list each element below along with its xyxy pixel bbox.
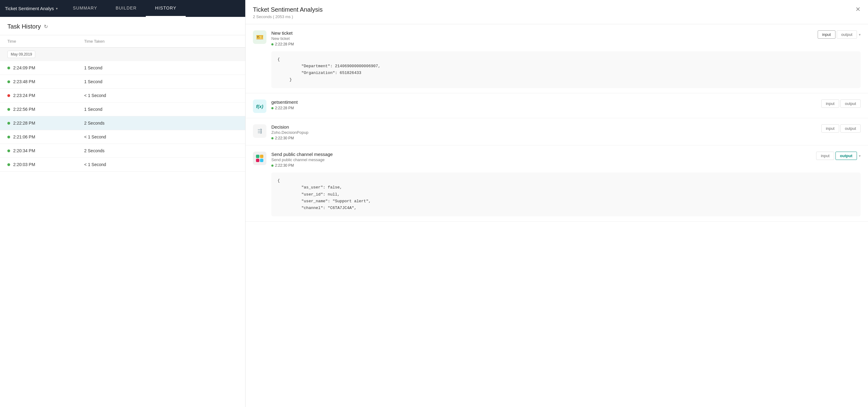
step-actions: input output <box>822 124 861 133</box>
right-panel-title: Ticket Sentiment Analysis <box>253 6 322 13</box>
table-row[interactable]: 2:20:03 PM < 1 Second <box>0 158 245 171</box>
time-cell: 2:21:06 PM <box>7 134 84 139</box>
table-row[interactable]: 2:22:28 PM 2 Seconds <box>0 116 245 130</box>
slack-green-dot <box>256 155 259 158</box>
output-button[interactable]: output <box>837 30 857 39</box>
time-taken-cell: 2 Seconds <box>84 121 161 126</box>
decision-icon: ⇶ <box>253 124 267 138</box>
step-subname: Zoho.DecisionPopup <box>271 130 816 135</box>
task-history-header: Task History ↻ <box>0 17 245 35</box>
output-button[interactable]: output <box>840 99 861 108</box>
time-cell: 2:23:24 PM <box>7 93 84 98</box>
tab-summary[interactable]: SUMMARY <box>64 0 106 17</box>
step-header: 🎫 New ticket New ticket 2:22:28 PM input… <box>246 24 868 51</box>
time-value: 2:21:06 PM <box>13 134 35 139</box>
input-button[interactable]: input <box>816 152 834 160</box>
table-row[interactable]: 2:22:56 PM 1 Second <box>0 102 245 116</box>
step-item: f(x) getsentiment 2:22:28 PM input outpu… <box>246 93 868 118</box>
time-taken-cell: 1 Second <box>84 79 161 84</box>
right-panel-header: Ticket Sentiment Analysis 2 Seconds ( 20… <box>246 0 868 24</box>
function-icon: f(x) <box>253 99 267 113</box>
tab-history[interactable]: HISTORY <box>146 0 186 17</box>
step-content: { "Department": 214069000000006907, "Org… <box>271 51 861 88</box>
time-taken-cell: 2 Seconds <box>84 148 161 153</box>
status-dot <box>7 122 10 125</box>
step-item: 🎫 New ticket New ticket 2:22:28 PM input… <box>246 24 868 93</box>
step-content: { "as_user": false, "user_id": null, "us… <box>271 173 861 216</box>
step-time: 2:22:30 PM <box>271 163 811 167</box>
left-panel: Ticket Sentiment Analys ▾ SUMMARY BUILDE… <box>0 0 246 407</box>
table-row[interactable]: 2:23:24 PM < 1 Second <box>0 89 245 102</box>
step-header: f(x) getsentiment 2:22:28 PM input outpu… <box>246 93 868 118</box>
input-button[interactable]: input <box>822 124 839 133</box>
time-value: 2:23:24 PM <box>13 93 35 98</box>
app-title-text: Ticket Sentiment Analys <box>5 6 54 11</box>
top-nav: Ticket Sentiment Analys ▾ SUMMARY BUILDE… <box>0 0 245 17</box>
chevron-down-icon: ▾ <box>56 6 58 11</box>
step-name: Decision <box>271 124 816 129</box>
step-item: ⇶ Decision Zoho.DecisionPopup 2:22:30 PM… <box>246 118 868 146</box>
col-extra <box>161 39 238 43</box>
refresh-icon[interactable]: ↻ <box>44 24 48 29</box>
time-value: 2:22:56 PM <box>13 107 35 112</box>
time-cell: 2:20:03 PM <box>7 162 84 167</box>
close-icon[interactable]: ✕ <box>856 6 861 12</box>
step-time-dot <box>271 43 274 45</box>
right-panel-subtitle: 2 Seconds ( 2053 ms ) <box>253 14 322 19</box>
slack-icon <box>253 152 267 165</box>
step-name: New ticket <box>271 30 813 36</box>
input-button[interactable]: input <box>822 99 839 108</box>
step-info: getsentiment 2:22:28 PM <box>271 99 816 110</box>
output-button[interactable]: output <box>840 124 861 133</box>
time-value: 2:22:28 PM <box>13 121 35 126</box>
app-title[interactable]: Ticket Sentiment Analys ▾ <box>5 6 64 11</box>
step-actions: input output ▾ <box>818 30 861 39</box>
status-dot <box>7 67 10 69</box>
step-subname: New ticket <box>271 36 813 41</box>
func-icon-inner: f(x) <box>256 104 263 109</box>
time-value: 2:23:48 PM <box>13 79 35 84</box>
table-row[interactable]: 2:23:48 PM 1 Second <box>0 75 245 89</box>
steps-inner: 🎫 New ticket New ticket 2:22:28 PM input… <box>246 24 868 222</box>
time-cell: 2:22:28 PM <box>7 121 84 126</box>
table-row[interactable]: 2:21:06 PM < 1 Second <box>0 130 245 144</box>
step-name: Send public channel message <box>271 152 811 157</box>
time-taken-cell: < 1 Second <box>84 162 161 167</box>
step-time-dot <box>271 164 274 167</box>
right-panel-header-text: Ticket Sentiment Analysis 2 Seconds ( 20… <box>253 6 322 19</box>
input-button[interactable]: input <box>818 30 835 39</box>
time-value: 2:24:09 PM <box>13 65 35 70</box>
history-table: Time Time Taken May 09,2019 2:24:09 PM 1… <box>0 35 245 407</box>
table-row[interactable]: 2:24:09 PM 1 Second <box>0 61 245 75</box>
table-header: Time Time Taken <box>0 35 245 48</box>
step-header: ⇶ Decision Zoho.DecisionPopup 2:22:30 PM… <box>246 118 868 145</box>
step-name: getsentiment <box>271 99 816 105</box>
step-time: 2:22:28 PM <box>271 42 813 46</box>
step-time-dot <box>271 107 274 109</box>
step-time: 2:22:28 PM <box>271 106 816 110</box>
time-value: 2:20:03 PM <box>13 162 35 167</box>
chevron-down-icon: ▾ <box>859 33 861 37</box>
step-time-value: 2:22:28 PM <box>275 106 294 110</box>
step-time-dot <box>271 137 274 139</box>
step-header: Send public channel message Send public … <box>246 146 868 173</box>
time-taken-cell: < 1 Second <box>84 134 161 139</box>
status-dot <box>7 136 10 138</box>
ticket-icon-inner: 🎫 <box>256 33 264 41</box>
nav-tabs: SUMMARY BUILDER HISTORY <box>64 0 245 17</box>
time-cell: 2:22:56 PM <box>7 107 84 112</box>
col-time-taken: Time Taken <box>84 39 161 43</box>
time-taken-cell: 1 Second <box>84 65 161 70</box>
step-time-value: 2:22:28 PM <box>275 42 294 46</box>
right-panel: Ticket Sentiment Analysis 2 Seconds ( 20… <box>246 0 868 407</box>
tab-builder[interactable]: BUILDER <box>106 0 146 17</box>
time-cell: 2:20:34 PM <box>7 148 84 153</box>
step-info: Decision Zoho.DecisionPopup 2:22:30 PM <box>271 124 816 140</box>
output-button[interactable]: output <box>835 152 857 160</box>
status-dot <box>7 150 10 152</box>
step-time: 2:22:30 PM <box>271 136 816 140</box>
task-history-title: Task History <box>7 23 41 30</box>
table-row[interactable]: 2:20:34 PM 2 Seconds <box>0 144 245 158</box>
step-item: Send public channel message Send public … <box>246 146 868 221</box>
step-info: New ticket New ticket 2:22:28 PM <box>271 30 813 46</box>
